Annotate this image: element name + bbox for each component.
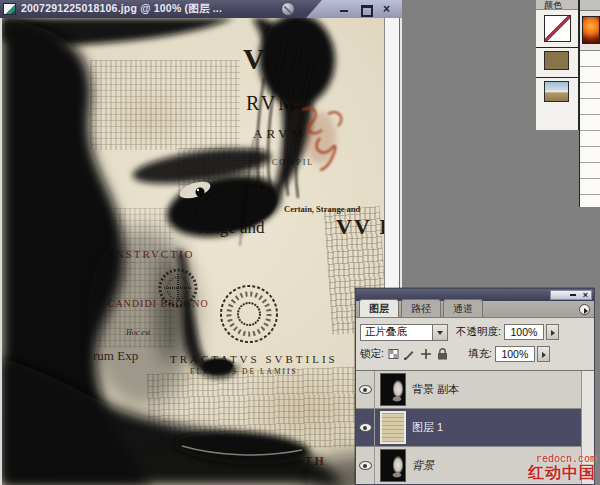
lock-label: 锁定: (360, 347, 384, 361)
photo-swatch[interactable] (544, 81, 569, 102)
visibility-eye-icon[interactable] (359, 385, 372, 394)
watermark-brand: 红动中国 (528, 465, 596, 482)
photoshop-document-icon (3, 3, 16, 15)
artwork-text: INSTRVCTIO (110, 248, 195, 260)
chevron-down-icon[interactable] (432, 325, 447, 340)
palette-controls: 正片叠底 不透明度: 100% 锁定: (356, 318, 594, 369)
visibility-cell[interactable] (356, 447, 375, 484)
tab-channels[interactable]: 通道 (443, 299, 483, 317)
palette-menu-icon[interactable] (579, 304, 590, 315)
close-icon[interactable]: × (583, 291, 588, 299)
blend-mode-value: 正片叠底 (361, 325, 432, 339)
artwork-text: P.F. CANDIDI BROGNO (86, 298, 209, 309)
handwriting-texture (147, 366, 376, 454)
print-texture (90, 60, 240, 150)
layer-name[interactable]: 背景 副本 (412, 382, 459, 397)
opacity-slider-arrow-icon[interactable] (546, 324, 559, 340)
print-texture (178, 148, 264, 210)
image-canvas[interactable]: VS RVM, ARVM COMPIL range and Certain, S… (2, 18, 384, 485)
app-canvas: 2007291225018106.jpg @ 100% (图层 ... × VS… (0, 0, 600, 485)
visibility-eye-icon[interactable] (359, 423, 372, 432)
history-panel-sliver (579, 0, 600, 207)
history-snapshot-thumbnail[interactable] (582, 16, 600, 44)
window-border (0, 18, 2, 485)
fill-slider-arrow-icon[interactable] (537, 346, 550, 362)
fill-label: 填充: (468, 347, 492, 361)
document-window: 2007291225018106.jpg @ 100% (图层 ... × VS… (0, 0, 402, 485)
artwork-text: VS (243, 42, 295, 76)
artwork-text: range and (198, 218, 265, 238)
minimize-icon[interactable] (570, 294, 576, 296)
tab-layers[interactable]: 图层 (359, 299, 399, 317)
lock-move-icon[interactable] (421, 349, 431, 359)
layer-thumbnail[interactable] (380, 411, 406, 444)
layer-row-background-copy[interactable]: 背景 副本 (356, 371, 594, 409)
print-texture (94, 208, 174, 348)
artwork-text: rum Exp (93, 348, 138, 364)
document-titlebar[interactable]: 2007291225018106.jpg @ 100% (图层 ... × (0, 0, 402, 18)
brown-swatch[interactable] (544, 51, 569, 70)
maximize-icon[interactable] (360, 4, 371, 14)
artwork-text: COMPIL (272, 158, 314, 167)
window-controls: × (306, 0, 402, 18)
palette-tabs: 图层 路径 通道 (356, 301, 594, 318)
divider (536, 47, 578, 48)
minimize-icon[interactable] (339, 4, 350, 14)
artwork-text: VV I (336, 214, 384, 240)
artwork-text: LYCANTH (253, 454, 326, 469)
layer-name[interactable]: 背景 (412, 458, 434, 473)
artwork-text: Hoc est (126, 328, 150, 337)
layer-row-layer1[interactable]: 图层 1 (356, 409, 594, 447)
visibility-cell[interactable] (356, 371, 375, 408)
artwork-text: TRACTATVS SVBTILIS (170, 353, 338, 365)
clock-circle-icon (281, 2, 295, 16)
opacity-label: 不透明度: (456, 325, 501, 339)
watermark: redocn.com 红动中国 (528, 455, 596, 482)
layer-thumbnail[interactable] (380, 373, 406, 406)
layer-thumbnail[interactable] (380, 449, 406, 482)
palette-window-buttons: × (550, 290, 592, 300)
fill-input[interactable]: 100% (495, 346, 535, 362)
close-icon[interactable]: × (381, 4, 392, 14)
lock-transparency-icon[interactable] (389, 350, 398, 359)
visibility-eye-icon[interactable] (359, 461, 372, 470)
opacity-input[interactable]: 100% (504, 324, 544, 340)
document-title: 2007291225018106.jpg @ 100% (图层 ... (21, 2, 222, 16)
blend-mode-dropdown[interactable]: 正片叠底 (360, 324, 448, 341)
panel-tab-sliver[interactable] (580, 0, 600, 11)
tab-color[interactable]: 颜色 (536, 0, 578, 10)
no-style-swatch[interactable] (544, 15, 571, 42)
visibility-cell[interactable] (356, 409, 375, 446)
layer-name[interactable]: 图层 1 (412, 420, 443, 435)
lock-paint-brush-icon[interactable] (404, 351, 414, 360)
artwork-text: ARVM (253, 126, 307, 142)
lock-all-icon[interactable] (438, 349, 447, 360)
artwork-text: ELEGANS DE LAMIIS (190, 367, 298, 376)
artwork-text: RVM, (246, 92, 307, 115)
artwork-text: Certain, Strange and (284, 204, 360, 214)
styles-panel-sliver: 颜色 (536, 0, 579, 130)
tab-paths[interactable]: 路径 (401, 299, 441, 317)
lock-icons (388, 347, 454, 361)
divider (536, 77, 578, 78)
history-state-rows[interactable] (580, 50, 600, 207)
